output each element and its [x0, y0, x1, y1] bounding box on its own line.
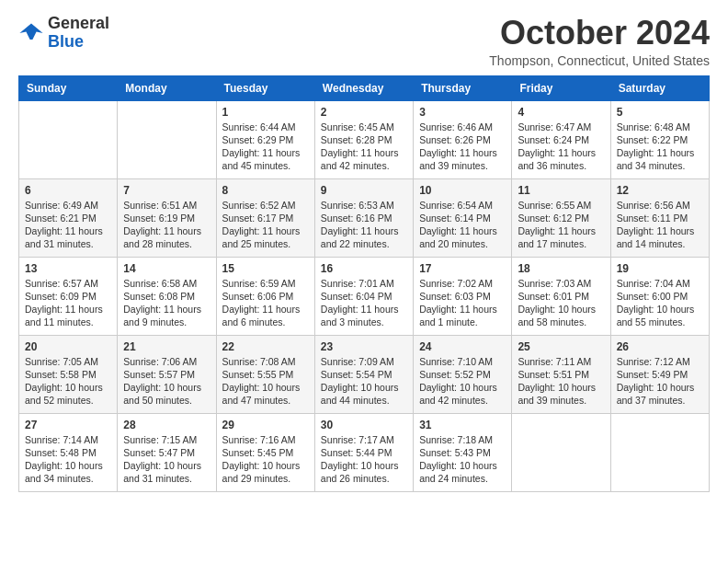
calendar-cell: 16Sunrise: 7:01 AM Sunset: 6:04 PM Dayli… [314, 257, 413, 335]
day-number: 1 [222, 106, 309, 119]
calendar-week-row: 1Sunrise: 6:44 AM Sunset: 6:29 PM Daylig… [19, 100, 710, 178]
calendar-header-saturday: Saturday [610, 75, 709, 100]
day-detail: Sunrise: 6:59 AM Sunset: 6:06 PM Dayligh… [222, 277, 309, 329]
day-detail: Sunrise: 6:58 AM Sunset: 6:08 PM Dayligh… [123, 277, 210, 329]
day-number: 18 [518, 262, 604, 275]
calendar-cell: 20Sunrise: 7:05 AM Sunset: 5:58 PM Dayli… [19, 335, 118, 413]
calendar-cell: 11Sunrise: 6:55 AM Sunset: 6:12 PM Dayli… [512, 178, 610, 257]
calendar-cell: 31Sunrise: 7:18 AM Sunset: 5:43 PM Dayli… [414, 413, 512, 491]
day-number: 29 [222, 419, 309, 431]
day-detail: Sunrise: 6:47 AM Sunset: 6:24 PM Dayligh… [518, 121, 604, 173]
day-detail: Sunrise: 6:57 AM Sunset: 6:09 PM Dayligh… [25, 277, 111, 329]
day-detail: Sunrise: 7:15 AM Sunset: 5:47 PM Dayligh… [123, 433, 210, 486]
day-detail: Sunrise: 6:53 AM Sunset: 6:16 PM Dayligh… [321, 199, 407, 251]
logo: General Blue [18, 15, 109, 52]
day-detail: Sunrise: 7:08 AM Sunset: 5:55 PM Dayligh… [222, 355, 309, 408]
day-number: 16 [321, 262, 407, 275]
day-detail: Sunrise: 7:17 AM Sunset: 5:44 PM Dayligh… [321, 433, 407, 486]
day-number: 5 [617, 106, 703, 119]
day-number: 7 [123, 184, 210, 197]
day-number: 30 [321, 419, 407, 431]
day-detail: Sunrise: 6:51 AM Sunset: 6:19 PM Dayligh… [123, 199, 210, 251]
day-number: 20 [25, 340, 111, 353]
day-number: 25 [518, 340, 604, 353]
calendar-header-row: SundayMondayTuesdayWednesdayThursdayFrid… [19, 75, 710, 100]
day-detail: Sunrise: 7:12 AM Sunset: 5:49 PM Dayligh… [617, 355, 703, 408]
svg-marker-0 [19, 23, 42, 40]
day-number: 3 [419, 106, 506, 119]
calendar-cell [118, 100, 216, 178]
calendar-cell: 21Sunrise: 7:06 AM Sunset: 5:57 PM Dayli… [118, 335, 216, 413]
day-number: 28 [123, 419, 210, 431]
calendar-cell: 27Sunrise: 7:14 AM Sunset: 5:48 PM Dayli… [19, 413, 118, 491]
calendar-header-wednesday: Wednesday [314, 75, 413, 100]
day-number: 21 [123, 340, 210, 353]
day-detail: Sunrise: 7:04 AM Sunset: 6:00 PM Dayligh… [617, 277, 703, 329]
day-number: 10 [419, 184, 506, 197]
calendar-cell: 4Sunrise: 6:47 AM Sunset: 6:24 PM Daylig… [512, 100, 610, 178]
calendar-week-row: 27Sunrise: 7:14 AM Sunset: 5:48 PM Dayli… [19, 413, 710, 491]
day-detail: Sunrise: 7:05 AM Sunset: 5:58 PM Dayligh… [25, 355, 111, 408]
day-detail: Sunrise: 7:02 AM Sunset: 6:03 PM Dayligh… [419, 277, 506, 329]
calendar-cell: 7Sunrise: 6:51 AM Sunset: 6:19 PM Daylig… [118, 178, 216, 257]
day-detail: Sunrise: 7:06 AM Sunset: 5:57 PM Dayligh… [123, 355, 210, 408]
day-number: 24 [419, 340, 506, 353]
calendar-cell [512, 413, 610, 491]
day-detail: Sunrise: 6:48 AM Sunset: 6:22 PM Dayligh… [617, 121, 703, 173]
calendar-cell [19, 100, 118, 178]
day-number: 19 [617, 262, 703, 275]
calendar-cell: 17Sunrise: 7:02 AM Sunset: 6:03 PM Dayli… [414, 257, 512, 335]
calendar-cell: 26Sunrise: 7:12 AM Sunset: 5:49 PM Dayli… [610, 335, 709, 413]
calendar-cell: 10Sunrise: 6:54 AM Sunset: 6:14 PM Dayli… [414, 178, 512, 257]
day-number: 15 [222, 262, 309, 275]
calendar-cell: 19Sunrise: 7:04 AM Sunset: 6:00 PM Dayli… [610, 257, 709, 335]
day-number: 11 [518, 184, 604, 197]
day-number: 14 [123, 262, 210, 275]
day-number: 23 [321, 340, 407, 353]
calendar-cell: 28Sunrise: 7:15 AM Sunset: 5:47 PM Dayli… [118, 413, 216, 491]
calendar-week-row: 13Sunrise: 6:57 AM Sunset: 6:09 PM Dayli… [19, 257, 710, 335]
day-detail: Sunrise: 7:03 AM Sunset: 6:01 PM Dayligh… [518, 277, 604, 329]
calendar-cell: 12Sunrise: 6:56 AM Sunset: 6:11 PM Dayli… [610, 178, 709, 257]
day-number: 12 [617, 184, 703, 197]
calendar-cell: 13Sunrise: 6:57 AM Sunset: 6:09 PM Dayli… [19, 257, 118, 335]
day-detail: Sunrise: 6:44 AM Sunset: 6:29 PM Dayligh… [222, 121, 309, 173]
calendar-table: SundayMondayTuesdayWednesdayThursdayFrid… [18, 75, 710, 492]
calendar-cell: 18Sunrise: 7:03 AM Sunset: 6:01 PM Dayli… [512, 257, 610, 335]
calendar-cell: 29Sunrise: 7:16 AM Sunset: 5:45 PM Dayli… [216, 413, 314, 491]
location: Thompson, Connecticut, United States [489, 53, 710, 68]
calendar-cell: 9Sunrise: 6:53 AM Sunset: 6:16 PM Daylig… [314, 178, 413, 257]
day-detail: Sunrise: 6:46 AM Sunset: 6:26 PM Dayligh… [419, 121, 506, 173]
day-detail: Sunrise: 7:09 AM Sunset: 5:54 PM Dayligh… [321, 355, 407, 408]
calendar-header-sunday: Sunday [19, 75, 118, 100]
logo-text: General Blue [48, 15, 109, 52]
calendar-cell: 25Sunrise: 7:11 AM Sunset: 5:51 PM Dayli… [512, 335, 610, 413]
calendar-cell: 3Sunrise: 6:46 AM Sunset: 6:26 PM Daylig… [414, 100, 512, 178]
calendar-cell: 24Sunrise: 7:10 AM Sunset: 5:52 PM Dayli… [414, 335, 512, 413]
day-detail: Sunrise: 6:45 AM Sunset: 6:28 PM Dayligh… [321, 121, 407, 173]
calendar-cell: 1Sunrise: 6:44 AM Sunset: 6:29 PM Daylig… [216, 100, 314, 178]
calendar-header-tuesday: Tuesday [216, 75, 314, 100]
day-number: 4 [518, 106, 604, 119]
calendar-week-row: 6Sunrise: 6:49 AM Sunset: 6:21 PM Daylig… [19, 178, 710, 257]
calendar-cell: 8Sunrise: 6:52 AM Sunset: 6:17 PM Daylig… [216, 178, 314, 257]
day-detail: Sunrise: 6:54 AM Sunset: 6:14 PM Dayligh… [419, 199, 506, 251]
calendar-cell: 2Sunrise: 6:45 AM Sunset: 6:28 PM Daylig… [314, 100, 413, 178]
day-detail: Sunrise: 6:55 AM Sunset: 6:12 PM Dayligh… [518, 199, 604, 251]
calendar-cell: 14Sunrise: 6:58 AM Sunset: 6:08 PM Dayli… [118, 257, 216, 335]
day-detail: Sunrise: 7:18 AM Sunset: 5:43 PM Dayligh… [419, 433, 506, 486]
calendar-cell: 30Sunrise: 7:17 AM Sunset: 5:44 PM Dayli… [314, 413, 413, 491]
calendar-cell: 6Sunrise: 6:49 AM Sunset: 6:21 PM Daylig… [19, 178, 118, 257]
day-number: 13 [25, 262, 111, 275]
day-detail: Sunrise: 7:16 AM Sunset: 5:45 PM Dayligh… [222, 433, 309, 486]
calendar-cell: 5Sunrise: 6:48 AM Sunset: 6:22 PM Daylig… [610, 100, 709, 178]
day-number: 31 [419, 419, 506, 431]
day-number: 8 [222, 184, 309, 197]
calendar-cell [610, 413, 709, 491]
day-detail: Sunrise: 7:14 AM Sunset: 5:48 PM Dayligh… [25, 433, 111, 486]
calendar-cell: 15Sunrise: 6:59 AM Sunset: 6:06 PM Dayli… [216, 257, 314, 335]
day-number: 27 [25, 419, 111, 431]
calendar-cell: 23Sunrise: 7:09 AM Sunset: 5:54 PM Dayli… [314, 335, 413, 413]
day-number: 2 [321, 106, 407, 119]
day-detail: Sunrise: 7:01 AM Sunset: 6:04 PM Dayligh… [321, 277, 407, 329]
